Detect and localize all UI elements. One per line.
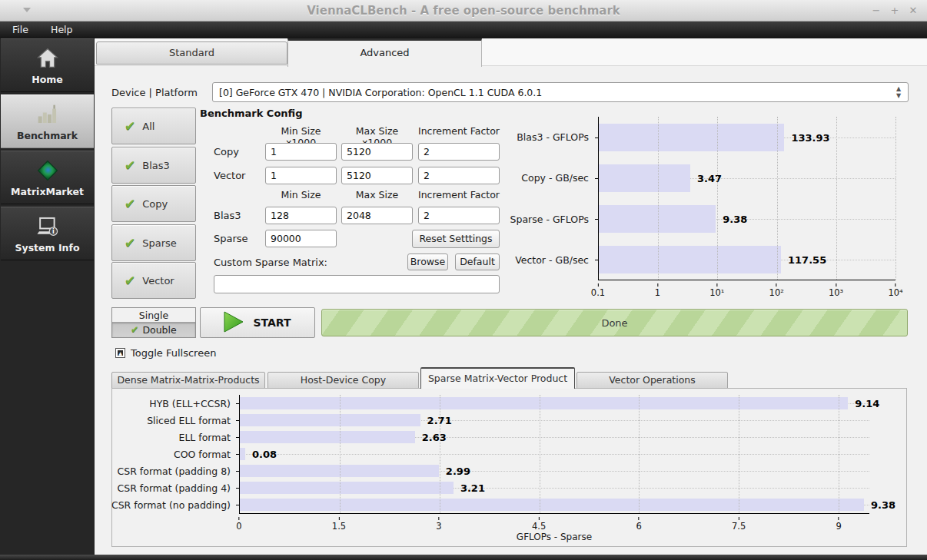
x-tick: 10³ <box>829 283 843 298</box>
tab-standard[interactable]: Standard <box>96 41 287 65</box>
custom-sparse-matrix-input[interactable] <box>214 275 500 293</box>
y-tick <box>236 454 239 455</box>
bar <box>599 205 716 233</box>
bar-value-label: 3.21 <box>460 482 485 494</box>
chart-category-label: Sliced ELL format <box>112 412 235 429</box>
copy-min-input[interactable] <box>265 143 337 161</box>
sidebar-item-systeminfo[interactable]: i System Info <box>1 207 94 260</box>
check-icon: ✔ <box>125 196 135 211</box>
progress-status-label: Done <box>601 317 627 329</box>
x-tick: 3 <box>436 517 441 532</box>
bar-value-label: 117.55 <box>788 253 826 265</box>
reset-settings-button[interactable]: Reset Setttings <box>412 230 500 248</box>
x-tick: 10¹ <box>709 283 724 298</box>
vector-inc-input[interactable] <box>418 167 500 184</box>
result-chart-panel: HYB (ELL+CCSR)Sliced ELL formatELL forma… <box>111 388 907 547</box>
blas3-min-input[interactable] <box>265 207 337 224</box>
sidebar-item-matrixmarket[interactable]: MatrixMarket <box>1 151 94 204</box>
gridline <box>340 395 341 513</box>
benchmark-config-title: Benchmark Config <box>200 108 303 119</box>
toggle-sparse-button[interactable]: ✔Sparse <box>111 224 196 261</box>
x-tick: 4.5 <box>532 517 546 532</box>
tab-sparse-matrix-vector[interactable]: Sparse Matrix-Vector Product <box>420 367 575 389</box>
copy-max-input[interactable] <box>341 143 413 161</box>
menu-help[interactable]: Help <box>42 22 82 38</box>
header-min-size: Min Size <box>265 189 337 200</box>
chart-category-label: Sparse - GFLOPs <box>507 199 593 240</box>
precision-single-button[interactable]: Single <box>112 308 195 323</box>
chart-row: 133.93 <box>599 117 895 157</box>
start-button[interactable]: START <box>200 307 315 338</box>
bar <box>240 431 415 443</box>
browse-button[interactable]: Browse <box>407 253 448 270</box>
gridline <box>658 117 659 280</box>
bar-value-label: 133.93 <box>791 131 829 143</box>
device-platform-select[interactable]: [0] GeForce GTX 470 | NVIDIA Corporation… <box>212 82 909 102</box>
spinner-arrows-icon[interactable]: ▲▼ <box>895 85 902 99</box>
check-icon: ✔ <box>125 118 135 134</box>
sidebar-item-label: Home <box>32 74 63 85</box>
chart-category-label: HYB (ELL+CCSR) <box>112 395 235 412</box>
tab-dense-matrix-products[interactable]: Dense Matrix-Matrix-Products <box>111 372 265 389</box>
chart-row: 9.38 <box>240 496 869 513</box>
sparse-results-chart: HYB (ELL+CCSR)Sliced ELL formatELL forma… <box>112 389 908 548</box>
check-icon: ✔ <box>125 235 135 250</box>
toggle-vector-button[interactable]: ✔Vector <box>111 262 196 299</box>
y-tick <box>236 403 239 404</box>
y-tick <box>236 471 239 472</box>
x-tick: 6 <box>636 517 641 532</box>
default-button[interactable]: Default <box>455 253 500 270</box>
bar <box>240 448 245 460</box>
x-tick: 1.5 <box>332 517 346 532</box>
copy-inc-input[interactable] <box>418 143 500 161</box>
bar-value-label: 0.08 <box>252 449 277 460</box>
gridline <box>717 117 718 280</box>
close-button[interactable]: ✕ <box>905 3 921 18</box>
sidebar-item-home[interactable]: Home <box>1 38 94 92</box>
gridline <box>777 117 778 280</box>
menu-file[interactable]: File <box>3 22 38 38</box>
vector-min-input[interactable] <box>265 167 337 184</box>
maximize-button[interactable]: + <box>887 3 902 18</box>
svg-text:i: i <box>52 228 55 235</box>
toggle-all-button[interactable]: ✔All <box>111 108 196 144</box>
toggle-fullscreen-checkbox-row[interactable]: ▲ Toggle Fullscreen <box>115 347 216 359</box>
sidebar-item-label: MatrixMarket <box>11 186 84 197</box>
precision-double-button[interactable]: ✔Double <box>112 323 195 337</box>
y-tick <box>236 420 239 421</box>
bar-value-label: 9.38 <box>871 499 895 511</box>
chart-x-ticks: 0.1110¹10²10³10⁴ <box>598 283 895 297</box>
bar <box>240 499 864 511</box>
bar-value-label: 2.99 <box>446 466 470 477</box>
toggle-label: Copy <box>142 198 168 210</box>
vector-row-label: Vector <box>214 170 245 181</box>
sparse-min-input[interactable] <box>265 230 337 247</box>
x-tick: 9 <box>836 517 841 532</box>
chart-category-label: CSR format (padding 8) <box>112 463 235 480</box>
minimize-button[interactable]: − <box>869 3 884 18</box>
tab-vector-operations[interactable]: Vector Operations <box>576 372 728 389</box>
chart-category-labels: HYB (ELL+CCSR)Sliced ELL formatELL forma… <box>112 395 235 514</box>
blas3-max-input[interactable] <box>341 207 413 224</box>
toggle-copy-button[interactable]: ✔Copy <box>111 185 196 222</box>
window-bottom-edge <box>0 555 927 560</box>
window-title: ViennaCLBench - A free open-source bench… <box>0 4 927 18</box>
tab-advanced[interactable]: Advanced <box>287 38 482 67</box>
vector-max-input[interactable] <box>341 167 413 184</box>
blas3-inc-input[interactable] <box>418 207 500 224</box>
sidebar-item-benchmark[interactable]: Benchmark <box>1 94 94 148</box>
bar-value-label: 9.38 <box>723 213 747 224</box>
tab-host-device-copy[interactable]: Host-Device Copy <box>267 372 419 389</box>
chart-row: 2.71 <box>240 412 869 429</box>
double-label: Double <box>142 323 176 337</box>
y-tick <box>595 260 598 260</box>
y-tick <box>595 178 598 179</box>
bar <box>599 246 781 273</box>
check-icon: ✔ <box>125 273 135 288</box>
home-icon <box>1 47 94 71</box>
fullscreen-checkbox[interactable]: ▲ <box>115 348 125 358</box>
benchmark-progress-bar: Done <box>321 309 908 336</box>
y-tick <box>595 219 598 220</box>
x-tick: 10² <box>769 283 784 298</box>
toggle-blas3-button[interactable]: ✔Blas3 <box>111 147 196 184</box>
